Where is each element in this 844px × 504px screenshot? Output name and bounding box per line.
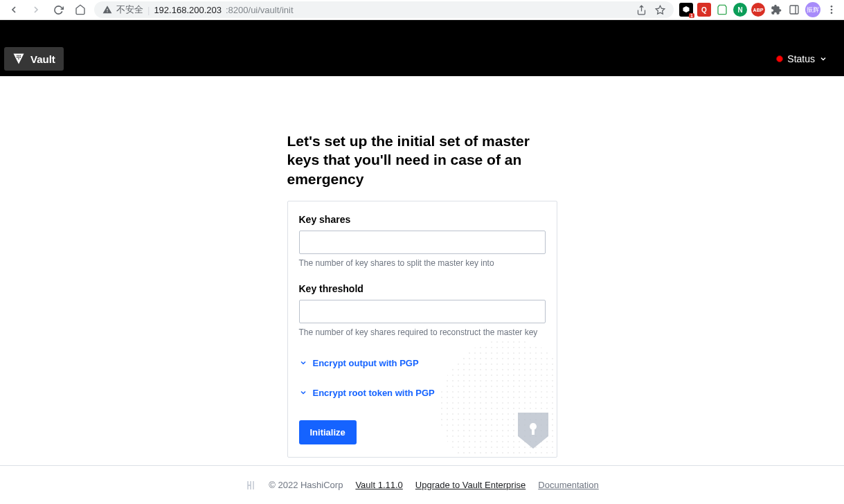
share-icon[interactable] xyxy=(636,5,647,15)
upgrade-link[interactable]: Upgrade to Vault Enterprise xyxy=(415,480,526,490)
version-link[interactable]: Vault 1.11.0 xyxy=(355,480,402,490)
encrypt-root-label: Encrypt root token with PGP xyxy=(313,388,435,398)
ext-icon-abp[interactable]: ABP xyxy=(751,3,765,17)
url-rest: :8200/ui/vault/init xyxy=(226,5,294,15)
kebab-menu-icon[interactable] xyxy=(825,3,838,17)
encrypt-output-toggle[interactable]: Encrypt output with PGP xyxy=(299,352,546,374)
docs-link[interactable]: Documentation xyxy=(538,480,598,490)
key-shares-help: The number of key shares to split the ma… xyxy=(299,258,546,268)
chevron-down-icon xyxy=(819,55,827,63)
key-threshold-help: The number of key shares required to rec… xyxy=(299,327,546,337)
svg-rect-8 xyxy=(532,428,535,435)
key-threshold-input[interactable] xyxy=(299,300,546,323)
main-content: Let's set up the initial set of master k… xyxy=(0,76,844,465)
vault-header: Vault Status xyxy=(0,42,844,76)
profile-avatar[interactable]: 振辉 xyxy=(805,2,820,17)
status-indicator-icon xyxy=(776,55,783,62)
vault-logo[interactable]: Vault xyxy=(4,47,64,71)
security-label: 不安全 xyxy=(116,3,143,16)
hashicorp-logo-icon xyxy=(245,480,256,491)
footer: © 2022 HashiCorp Vault 1.11.0 Upgrade to… xyxy=(0,465,844,504)
key-threshold-field: Key threshold The number of key shares r… xyxy=(299,283,546,337)
vault-logo-text: Vault xyxy=(30,53,55,65)
key-shares-input[interactable] xyxy=(299,231,546,254)
extensions-area: 1 Q N ABP 振辉 xyxy=(679,2,838,17)
initialize-button[interactable]: Initialize xyxy=(299,420,357,444)
ext-icon-3[interactable] xyxy=(715,3,729,17)
ext-icon-2[interactable]: Q xyxy=(697,3,711,17)
svg-point-4 xyxy=(831,6,833,8)
url-host: 192.168.200.203 xyxy=(154,5,222,15)
ext-icon-1[interactable]: 1 xyxy=(679,3,693,17)
forward-button[interactable] xyxy=(28,1,44,18)
home-button[interactable] xyxy=(72,1,89,18)
svg-point-6 xyxy=(831,12,833,14)
vault-logo-icon xyxy=(12,53,25,65)
reload-button[interactable] xyxy=(50,1,66,18)
svg-marker-1 xyxy=(656,6,665,14)
browser-toolbar: 不安全 | 192.168.200.203:8200/ui/vault/init… xyxy=(0,0,844,20)
side-panel-icon[interactable] xyxy=(787,3,801,17)
chevron-down-icon xyxy=(299,388,307,397)
browser-tab-strip xyxy=(0,20,844,42)
status-dropdown[interactable]: Status xyxy=(776,53,827,64)
key-shares-label: Key shares xyxy=(299,214,546,225)
page-title: Let's set up the initial set of master k… xyxy=(287,132,557,188)
shield-decoration-icon xyxy=(518,413,548,451)
insecure-icon xyxy=(102,5,112,15)
extensions-menu-icon[interactable] xyxy=(769,3,783,17)
copyright-text: © 2022 HashiCorp xyxy=(269,480,343,490)
chevron-down-icon xyxy=(299,359,307,367)
key-threshold-label: Key threshold xyxy=(299,283,546,294)
status-label: Status xyxy=(787,53,815,64)
key-shares-field: Key shares The number of key shares to s… xyxy=(299,214,546,268)
ext-icon-4[interactable]: N xyxy=(733,3,747,17)
svg-point-5 xyxy=(831,9,833,11)
encrypt-root-toggle[interactable]: Encrypt root token with PGP xyxy=(299,382,546,404)
init-card: Key shares The number of key shares to s… xyxy=(287,201,557,458)
encrypt-output-label: Encrypt output with PGP xyxy=(313,358,419,368)
address-bar[interactable]: 不安全 | 192.168.200.203:8200/ui/vault/init xyxy=(94,1,674,18)
back-button[interactable] xyxy=(6,1,22,18)
bookmark-star-icon[interactable] xyxy=(655,5,665,15)
svg-rect-2 xyxy=(790,6,798,14)
